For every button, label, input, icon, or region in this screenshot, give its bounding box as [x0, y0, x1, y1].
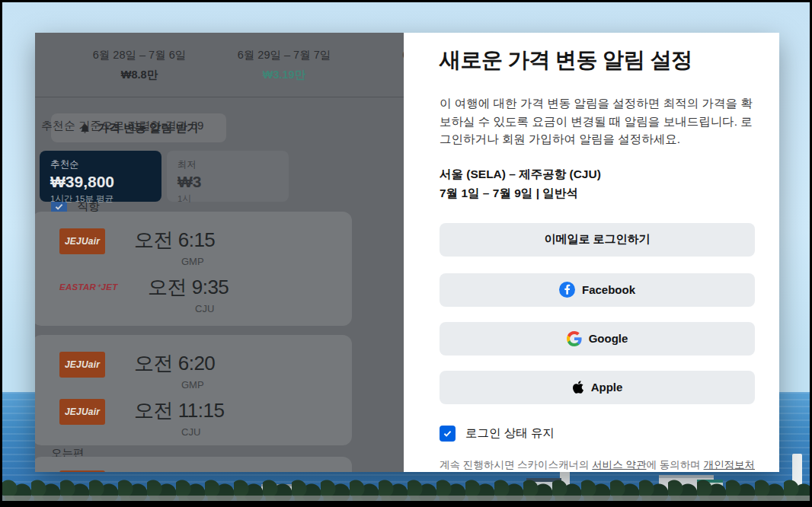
sort-tab-cheapest[interactable]: 최저 ₩3 1시: [167, 151, 289, 202]
date-range: 6월 29일 – 7월 7일: [212, 48, 356, 62]
trip-route: 서울 (SELA) – 제주공항 (CJU): [440, 164, 755, 183]
date-price: ₩3.99: [356, 68, 404, 80]
price-alert-modal: 새로운 가격 변동 알림 설정 이 여행에 대한 가격 변동 알림을 설정하면 …: [404, 33, 779, 472]
sort-tab-duration: 1시: [177, 193, 278, 205]
google-icon: [567, 331, 582, 346]
browser-app-window: 6월 28일 – 7월 6일 ₩8.8만 6월 29일 – 7월 7일 ₩3.1…: [35, 33, 779, 472]
legal-mid: 에 동의하며: [647, 459, 704, 470]
flight-leg: JEJUair: [59, 469, 352, 472]
flight-search-page: 6월 28일 – 7월 6일 ₩8.8만 6월 29일 – 7월 7일 ₩3.1…: [35, 33, 404, 472]
email-login-label: 이메일로 로그인하기: [544, 232, 650, 247]
sort-tab-price: ₩3: [177, 173, 278, 191]
facebook-icon: [559, 282, 575, 298]
trip-summary: 서울 (SELA) – 제주공항 (CJU) 7월 1일 – 7월 9일 | 일…: [440, 164, 755, 202]
date-tab[interactable]: 6월 29일 – 7월 7일 ₩3.19만: [212, 33, 356, 97]
facebook-login-button[interactable]: Facebook: [440, 273, 755, 307]
date-tab[interactable]: 6월 28일 – 7월 6일 ₩8.8만: [67, 33, 212, 97]
date-range: 6월 30일 –: [356, 48, 404, 62]
shore-wall: [2, 496, 810, 501]
flight-card[interactable]: JEJUair: [35, 457, 352, 472]
airport-code: CJU: [181, 426, 224, 438]
airport-code: GMP: [181, 379, 215, 391]
sort-tab-recommended[interactable]: 추천순 ₩39,800 1시간 15분 평균: [40, 151, 161, 202]
facebook-login-label: Facebook: [582, 283, 635, 296]
terms-link[interactable]: 서비스 약관: [592, 459, 646, 470]
date-tab[interactable]: 6월 30일 – ₩3.99: [356, 33, 404, 97]
email-login-button[interactable]: 이메일로 로그인하기: [440, 223, 755, 257]
jeju-air-logo: JEJUair: [59, 352, 105, 378]
date-range: 6월 28일 – 7월 6일: [67, 48, 212, 62]
apple-login-label: Apple: [591, 381, 623, 394]
google-login-button[interactable]: Google: [440, 322, 755, 356]
google-login-label: Google: [589, 332, 628, 345]
airport-code: CJU: [195, 303, 229, 314]
flight-card[interactable]: JEJUair 오전 6:15 GMP EASTAR⁺JET 오전 9:35 C…: [35, 212, 352, 326]
flight-leg: JEJUair 오전 11:15 CJU: [59, 397, 352, 440]
sort-tab-price: ₩39,800: [50, 173, 151, 191]
keep-login-label: 로그인 상태 유지: [465, 426, 555, 442]
apple-icon: [572, 380, 584, 394]
flight-card[interactable]: JEJUair 오전 6:20 GMP JEJUair 오전 11:15 CJU: [35, 335, 352, 445]
sort-tab-label: 최저: [177, 158, 278, 171]
jeju-air-logo: JEJUair: [59, 470, 105, 472]
departure-time: 오전 6:20: [134, 350, 215, 377]
results-count-text: 추천순 기준으로 정렬한 결과 59: [41, 119, 361, 133]
departure-time: 오전 6:15: [134, 227, 215, 254]
date-price: ₩3.19만: [212, 68, 356, 82]
flight-leg: JEJUair 오전 6:15 GMP: [59, 227, 352, 269]
jeju-air-logo: JEJUair: [59, 399, 105, 425]
flight-leg: JEJUair 오전 6:20 GMP: [59, 350, 352, 393]
airport-code: GMP: [181, 256, 215, 267]
legal-text: 계속 진행하시면 스카이스캐너의 서비스 약관에 동의하며 개인정보처리방침을 …: [440, 457, 758, 473]
sort-tab-label: 추천순: [50, 158, 151, 171]
legal-prefix: 계속 진행하시면 스카이스캐너의: [440, 459, 592, 470]
date-price-tabs: 6월 28일 – 7월 6일 ₩8.8만 6월 29일 – 7월 7일 ₩3.1…: [35, 33, 404, 97]
checkbox-checked-icon[interactable]: [440, 426, 456, 442]
modal-title: 새로운 가격 변동 알림 설정: [440, 46, 755, 75]
arrival-time: 오전 9:35: [148, 274, 229, 301]
apple-login-button[interactable]: Apple: [440, 371, 755, 404]
trip-dates-cabin: 7월 1일 – 7월 9일 | 일반석: [440, 183, 755, 202]
modal-description: 이 여행에 대한 가격 변동 알림을 설정하면 최적의 가격을 확보하실 수 있…: [440, 94, 758, 148]
keep-login-row[interactable]: 로그인 상태 유지: [440, 426, 755, 442]
eastar-jet-logo: EASTAR⁺JET: [59, 282, 119, 292]
date-price: ₩8.8만: [67, 68, 212, 82]
arrival-time: 오전 11:15: [134, 397, 224, 424]
jeju-air-logo: JEJUair: [59, 228, 105, 254]
sort-tab-duration: 1시간 15분 평균: [50, 193, 151, 205]
flight-leg: EASTAR⁺JET 오전 9:35 CJU: [59, 274, 352, 317]
